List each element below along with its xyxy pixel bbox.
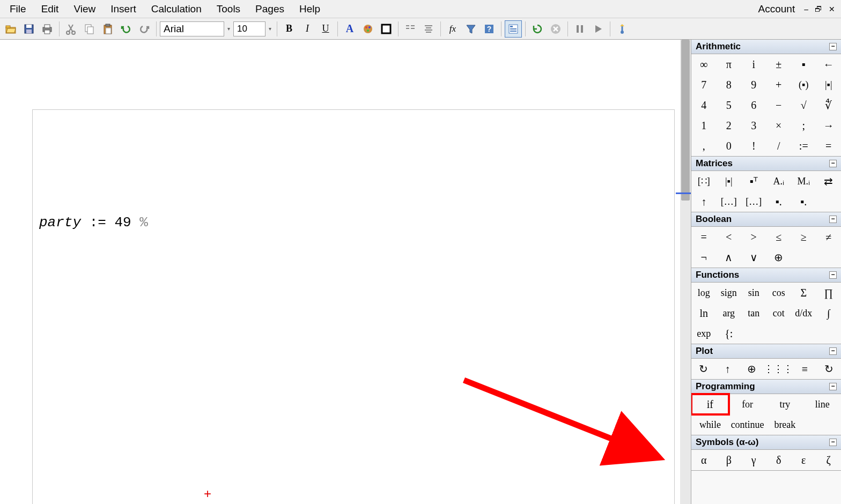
collapse-icon[interactable]: − [829,439,837,446]
panel-arithmetic-header[interactable]: Arithmetic − [691,40,841,54]
palette-cell[interactable]: ⋮⋮⋮ [764,359,793,379]
palette-cell[interactable]: β [717,450,742,470]
palette-cell[interactable]: 0 [717,136,742,156]
palette-cell[interactable]: ≠ [816,227,842,247]
palette-cell[interactable]: 5 [717,95,742,115]
palette-cell[interactable]: Σ [791,283,816,303]
palette-cell[interactable]: exp [691,323,717,344]
function-icon[interactable]: fx [444,20,461,38]
palette-cell[interactable]: i [741,54,766,75]
palette-cell[interactable]: 9 [741,75,766,95]
print-icon[interactable] [39,20,56,38]
document-page[interactable]: party := 49 % [32,109,675,504]
palette-cell[interactable]: sign [717,283,742,303]
redo-icon[interactable] [136,20,153,38]
collapse-icon[interactable]: − [829,383,837,390]
palette-cell[interactable]: = [691,227,717,247]
palette-cell[interactable]: 8 [717,75,742,95]
palette-cell[interactable]: A.ᵢ [766,171,792,191]
menu-account[interactable]: Account [751,1,803,17]
palette-cell[interactable]: √ [791,95,816,115]
palette-cell[interactable]: if [691,394,729,414]
menu-pages[interactable]: Pages [248,1,292,17]
refresh-icon[interactable] [529,20,546,38]
marker-icon[interactable] [614,20,631,38]
palette-cell[interactable]: ≥ [791,227,816,247]
palette-cell[interactable]: 6 [741,95,766,115]
panel-plot-header[interactable]: Plot − [691,344,841,359]
palette-cell[interactable]: break [766,414,804,435]
menu-calculation[interactable]: Calculation [144,1,209,17]
palette-cell[interactable]: (▪) [791,75,816,95]
paste-icon[interactable] [99,20,116,38]
palette-cell[interactable]: / [766,136,792,156]
palette-cell[interactable]: arg [717,303,742,323]
help-icon[interactable]: ? [481,20,498,38]
menu-help[interactable]: Help [292,1,328,17]
palette-cell[interactable]: M.ᵢ [791,171,816,191]
panel-symbols-header[interactable]: Symbols (α-ω) − [691,435,841,450]
palette-cell[interactable]: [∷] [691,171,717,191]
palette-cell[interactable]: ▪. [766,191,792,212]
menu-file[interactable]: File [2,1,34,17]
stop-icon[interactable] [547,20,564,38]
font-size-select[interactable]: 10 [233,21,265,36]
close-icon[interactable]: ✕ [827,5,837,13]
canvas-area[interactable]: party := 49 % + [0,40,691,504]
panel-matrices-header[interactable]: Matrices − [691,157,841,171]
underline-icon[interactable]: U [317,20,334,38]
collapse-icon[interactable]: − [829,347,837,355]
expression[interactable]: party := 49 % [39,214,148,231]
palette-cell[interactable]: δ [766,450,792,470]
palette-cell[interactable]: π [717,54,742,75]
italic-icon[interactable]: I [299,20,316,38]
palette-cell[interactable]: ζ [816,450,842,470]
palette-cell[interactable]: while [691,414,729,435]
palette-cell[interactable]: try [766,394,804,414]
align-left-icon[interactable] [402,20,419,38]
palette-cell[interactable]: ⊕ [740,359,764,379]
font-size-dropdown-icon[interactable]: ▾ [267,26,274,32]
palette-cell[interactable]: 3 [741,115,766,136]
palette-cell[interactable]: ⇄ [816,171,842,191]
palette-cell[interactable] [791,247,816,268]
palette-cell[interactable] [816,191,842,212]
palette-cell[interactable]: ε [791,450,816,470]
menu-view[interactable]: View [66,1,103,17]
save-icon[interactable] [20,20,38,38]
palette-cell[interactable]: cos [766,283,792,303]
palette-cell[interactable]: […] [741,191,766,212]
font-color-icon[interactable]: A [341,20,358,38]
palette-cell[interactable]: − [766,95,792,115]
palette-cell[interactable] [791,323,816,344]
minimize-icon[interactable]: – [802,5,810,13]
palette-cell[interactable]: ≤ [766,227,792,247]
palette-cell[interactable]: ↻ [817,359,841,379]
menu-insert[interactable]: Insert [103,1,144,17]
palette-cell[interactable]: × [766,115,792,136]
undo-icon[interactable] [117,20,135,38]
bold-icon[interactable]: B [281,20,298,38]
palette-cell[interactable]: ln [691,303,717,323]
palette-cell[interactable]: ▪. [791,191,816,212]
menu-edit[interactable]: Edit [34,1,67,17]
palette-cell[interactable]: 7 [691,75,717,95]
palette-cell[interactable]: ∏ [816,283,842,303]
palette-cell[interactable]: for [729,394,766,414]
palette-cell[interactable]: ▪ [791,54,816,75]
palette-cell[interactable]: 2 [717,115,742,136]
palette-cell[interactable]: ▪ᵀ [741,171,766,191]
palette-cell[interactable]: α [691,450,717,470]
palette-cell[interactable]: |▪| [816,75,842,95]
palette-cell[interactable]: ; [791,115,816,136]
palette-cell[interactable]: ↑ [715,359,740,379]
palette-cell[interactable] [816,247,842,268]
palette-cell[interactable] [816,323,842,344]
form-icon[interactable] [505,20,522,38]
collapse-icon[interactable]: − [829,216,837,223]
palette-cell[interactable]: ↻ [691,359,715,379]
palette-cell[interactable]: > [741,227,766,247]
palette-cell[interactable]: log [691,283,717,303]
palette-cell[interactable]: ± [766,54,792,75]
palette-cell[interactable]: cot [766,303,792,323]
